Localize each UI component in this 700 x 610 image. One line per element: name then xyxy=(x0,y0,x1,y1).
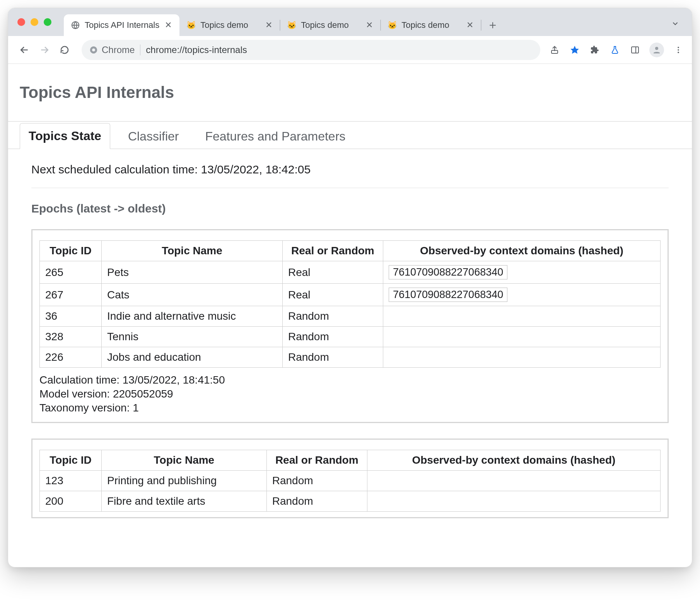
profile-avatar[interactable] xyxy=(649,43,664,57)
divider xyxy=(31,188,669,188)
col-real-or-random: Real or Random xyxy=(282,241,383,261)
cell-topic-name: Cats xyxy=(102,284,283,306)
svg-point-10 xyxy=(678,46,679,48)
cell-topic-id: 328 xyxy=(40,327,102,347)
browser-tab-title: Topics demo xyxy=(401,20,461,30)
table-row: 36 Indie and alternative music Random xyxy=(40,306,661,327)
table-row: 265 Pets Real 7610709088227068340 xyxy=(40,261,661,284)
browser-toolbar: Chrome chrome://topics-internals xyxy=(8,36,692,64)
table-row: 200 Fibre and textile arts Random xyxy=(40,491,661,512)
svg-point-12 xyxy=(678,51,679,53)
table-row: 267 Cats Real 7610709088227068340 xyxy=(40,284,661,306)
cell-topic-name: Fibre and textile arts xyxy=(102,491,267,512)
browser-tab-title: Topics API Internals xyxy=(85,20,159,30)
cell-topic-name: Indie and alternative music xyxy=(102,306,283,327)
sidepanel-icon[interactable] xyxy=(629,44,641,56)
table-row: 226 Jobs and education Random xyxy=(40,347,661,368)
window-controls xyxy=(17,18,51,26)
cell-real-or-random: Real xyxy=(282,261,383,284)
window-zoom-button[interactable] xyxy=(44,18,51,26)
cell-real-or-random: Random xyxy=(282,327,383,347)
col-real-or-random: Real or Random xyxy=(266,450,367,471)
next-calc-line: Next scheduled calculation time: 13/05/2… xyxy=(31,163,669,176)
table-row: 123 Printing and publishing Random xyxy=(40,471,661,491)
svg-point-4 xyxy=(92,48,95,51)
tab-features-parameters[interactable]: Features and Parameters xyxy=(196,124,354,149)
browser-tab-title: Topics demo xyxy=(200,20,260,30)
cat-icon: 🐱 xyxy=(287,21,296,30)
epoch-table: Topic ID Topic Name Real or Random Obser… xyxy=(39,240,661,368)
tab-close-icon[interactable]: ✕ xyxy=(466,20,474,30)
forward-button[interactable] xyxy=(36,41,53,58)
cell-observed xyxy=(383,347,660,368)
browser-tab[interactable]: 🐱 Topics demo ✕ xyxy=(179,14,280,36)
cell-real-or-random: Random xyxy=(282,306,383,327)
cell-observed: 7610709088227068340 xyxy=(383,284,660,306)
topics-state-section: Next scheduled calculation time: 13/05/2… xyxy=(20,149,680,518)
svg-point-9 xyxy=(655,47,658,50)
svg-marker-6 xyxy=(570,46,579,54)
toolbar-actions xyxy=(549,43,684,57)
page-title: Topics API Internals xyxy=(20,83,680,102)
globe-icon xyxy=(71,21,80,30)
next-calc-value: 13/05/2022, 18:42:05 xyxy=(201,163,311,176)
chrome-chip-label: Chrome xyxy=(102,45,135,55)
new-tab-button[interactable]: ＋ xyxy=(484,16,501,33)
cell-topic-id: 265 xyxy=(40,261,102,284)
epoch-box: Topic ID Topic Name Real or Random Obser… xyxy=(31,229,669,423)
cell-topic-id: 267 xyxy=(40,284,102,306)
cell-observed: 7610709088227068340 xyxy=(383,261,660,284)
tab-close-icon[interactable]: ✕ xyxy=(265,20,273,30)
cell-topic-name: Printing and publishing xyxy=(102,471,267,491)
cell-topic-name: Pets xyxy=(102,261,283,284)
table-row: 328 Tennis Random xyxy=(40,327,661,347)
epoch-calc-time: Calculation time: 13/05/2022, 18:41:50 xyxy=(39,373,661,387)
page-tabs: Topics State Classifier Features and Par… xyxy=(8,121,692,149)
browser-window: Topics API Internals ✕ 🐱 Topics demo ✕ 🐱… xyxy=(8,8,692,567)
browser-tab-active[interactable]: Topics API Internals ✕ xyxy=(64,14,179,36)
share-icon[interactable] xyxy=(549,44,560,56)
hash-chip: 7610709088227068340 xyxy=(389,265,507,279)
col-topic-id: Topic ID xyxy=(40,450,102,471)
window-close-button[interactable] xyxy=(17,18,25,26)
hash-chip: 7610709088227068340 xyxy=(389,288,507,302)
back-button[interactable] xyxy=(16,41,33,58)
kebab-menu-icon[interactable] xyxy=(673,44,684,56)
tab-classifier[interactable]: Classifier xyxy=(120,124,188,149)
url-text: chrome://topics-internals xyxy=(146,45,533,55)
cell-topic-id: 36 xyxy=(40,306,102,327)
cell-observed xyxy=(383,327,660,347)
bookmark-star-icon[interactable] xyxy=(569,44,580,56)
browser-tab[interactable]: 🐱 Topics demo ✕ xyxy=(280,14,381,36)
page-content: Topics API Internals Topics State Classi… xyxy=(8,64,692,567)
tab-topics-state[interactable]: Topics State xyxy=(20,123,110,149)
url-scheme-chip: Chrome xyxy=(89,45,135,55)
svg-rect-7 xyxy=(632,47,639,53)
cell-observed xyxy=(367,471,660,491)
cell-topic-id: 200 xyxy=(40,491,102,512)
cell-real-or-random: Random xyxy=(266,491,367,512)
epoch-taxonomy-version: Taxonomy version: 1 xyxy=(39,401,661,415)
svg-point-11 xyxy=(678,49,679,51)
cell-topic-name: Tennis xyxy=(102,327,283,347)
next-calc-label: Next scheduled calculation time: xyxy=(31,163,201,176)
tab-overflow-chevron-icon[interactable] xyxy=(665,19,686,28)
epochs-heading: Epochs (latest -> oldest) xyxy=(31,202,669,215)
tab-close-icon[interactable]: ✕ xyxy=(365,20,374,30)
cell-observed xyxy=(367,491,660,512)
reload-button[interactable] xyxy=(56,41,73,58)
browser-tabstrip: Topics API Internals ✕ 🐱 Topics demo ✕ 🐱… xyxy=(8,8,692,36)
browser-tab-title: Topics demo xyxy=(301,20,360,30)
cell-topic-name: Jobs and education xyxy=(102,347,283,368)
col-observed-domains: Observed-by context domains (hashed) xyxy=(367,450,660,471)
omnibox-divider xyxy=(140,45,140,55)
col-topic-name: Topic Name xyxy=(102,450,267,471)
tab-close-icon[interactable]: ✕ xyxy=(164,20,172,30)
table-header-row: Topic ID Topic Name Real or Random Obser… xyxy=(40,241,661,261)
window-minimize-button[interactable] xyxy=(31,18,38,26)
labs-flask-icon[interactable] xyxy=(609,44,621,56)
browser-tab[interactable]: 🐱 Topics demo ✕ xyxy=(381,14,481,36)
extensions-puzzle-icon[interactable] xyxy=(589,44,601,56)
table-header-row: Topic ID Topic Name Real or Random Obser… xyxy=(40,450,661,471)
address-bar[interactable]: Chrome chrome://topics-internals xyxy=(82,40,540,60)
